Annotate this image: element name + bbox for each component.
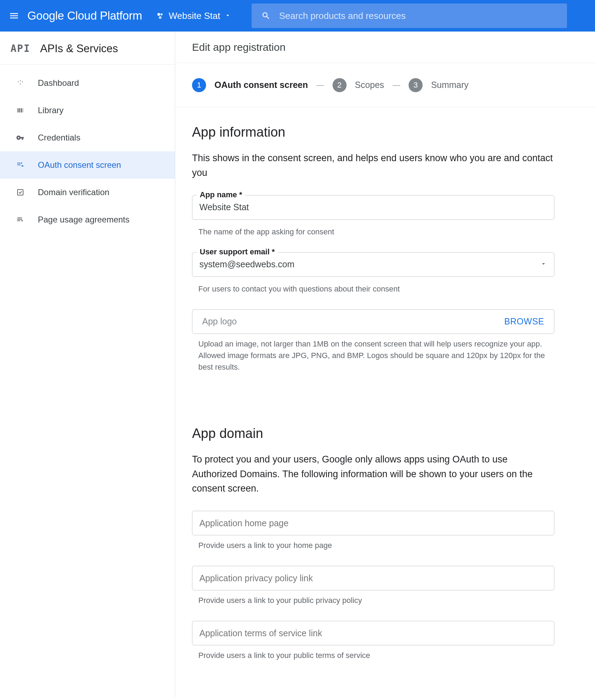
menu-icon: [9, 11, 19, 21]
step-number: 2: [333, 78, 347, 92]
section-heading: App domain: [192, 426, 554, 441]
sidebar-header: API APIs & Services: [0, 33, 175, 64]
svg-point-0: [157, 13, 160, 16]
sidebar-item-credentials[interactable]: Credentials: [0, 124, 175, 151]
sidebar-item-label: Library: [38, 105, 63, 115]
field-help: Provide users a link to your public priv…: [198, 595, 554, 606]
section-app-domain: App domain To protect you and your users…: [192, 426, 554, 661]
tos-link-input[interactable]: [199, 628, 547, 638]
step-label: Summary: [431, 80, 469, 90]
sidebar-title: APIs & Services: [40, 42, 118, 55]
stepper: 1 OAuth consent screen — 2 Scopes — 3 Su…: [175, 63, 595, 107]
field-privacy-link: [192, 566, 554, 590]
app-logo-placeholder: App logo: [202, 316, 237, 327]
search-icon: [261, 11, 271, 20]
field-help: Provide users a link to your home page: [198, 540, 554, 551]
section-heading: App information: [192, 125, 554, 140]
verified-icon: [15, 188, 26, 197]
step-scopes[interactable]: 2 Scopes: [333, 78, 384, 92]
field-support-email: User support email * system@seedwebs.com: [192, 252, 554, 277]
sidebar-item-page-usage[interactable]: Page usage agreements: [0, 206, 175, 233]
page-title: Edit app registration: [192, 41, 286, 53]
app-name-input[interactable]: [199, 202, 547, 212]
field-label: App name *: [197, 190, 245, 199]
svg-point-2: [159, 16, 162, 19]
browse-button[interactable]: BROWSE: [504, 316, 544, 327]
home-page-input[interactable]: [199, 518, 547, 528]
dashboard-icon: [15, 79, 26, 87]
dropdown-caret-icon: [224, 12, 231, 20]
privacy-link-input[interactable]: [199, 573, 547, 583]
support-email-value: system@seedwebs.com: [199, 259, 540, 269]
step-label: OAuth consent screen: [214, 80, 308, 90]
sidebar-item-domain-verification[interactable]: Domain verification: [0, 179, 175, 206]
step-divider: —: [392, 81, 400, 90]
field-tos-link: [192, 621, 554, 645]
field-home-page: [192, 511, 554, 535]
field-help: The name of the app asking for consent: [198, 226, 554, 238]
svg-rect-3: [18, 190, 23, 195]
key-icon: [15, 133, 26, 142]
library-icon: [15, 106, 26, 115]
api-logo: API: [11, 43, 30, 54]
field-help: Upload an image, not larger than 1MB on …: [198, 338, 554, 373]
field-app-logo: App logo BROWSE: [192, 309, 554, 334]
sidebar-item-library[interactable]: Library: [0, 97, 175, 124]
step-label: Scopes: [355, 80, 384, 90]
field-app-name: App name *: [192, 195, 554, 220]
section-lead: To protect you and your users, Google on…: [192, 452, 554, 496]
sidebar-item-label: Page usage agreements: [38, 215, 130, 225]
step-summary[interactable]: 3 Summary: [409, 78, 469, 92]
brand-title: Google Cloud Platform: [27, 9, 142, 22]
sidebar-item-label: Domain verification: [38, 187, 109, 197]
project-name: Website Stat: [169, 11, 220, 21]
section-lead: This shows in the consent screen, and he…: [192, 151, 554, 180]
hamburger-menu-button[interactable]: [7, 9, 21, 23]
sidebar-item-label: Credentials: [38, 133, 80, 143]
sidebar-nav: Dashboard Library Credentials OAuth cons…: [0, 64, 175, 233]
sidebar-item-label: Dashboard: [38, 78, 79, 88]
sidebar-item-dashboard[interactable]: Dashboard: [0, 69, 175, 97]
page-title-bar: Edit app registration: [175, 32, 595, 63]
dropdown-caret-icon: [540, 260, 547, 268]
svg-point-1: [160, 13, 163, 15]
settings-list-icon: [15, 215, 26, 224]
global-header: Google Cloud Platform Website Stat: [0, 0, 595, 32]
field-help: Provide users a link to your public term…: [198, 650, 554, 661]
project-icon: [156, 11, 165, 20]
sidebar-item-oauth-consent[interactable]: OAuth consent screen: [0, 151, 175, 179]
main: Edit app registration 1 OAuth consent sc…: [175, 32, 595, 697]
section-app-information: App information This shows in the consen…: [192, 125, 554, 373]
step-number: 3: [409, 78, 423, 92]
search-input[interactable]: [279, 11, 557, 21]
step-number: 1: [192, 78, 206, 92]
project-selector[interactable]: Website Stat: [156, 11, 232, 21]
consent-icon: [15, 161, 26, 169]
step-oauth-consent[interactable]: 1 OAuth consent screen: [192, 78, 308, 92]
sidebar-item-label: OAuth consent screen: [38, 160, 121, 170]
sidebar: API APIs & Services Dashboard Library Cr…: [0, 32, 175, 697]
step-divider: —: [316, 81, 324, 90]
field-help: For users to contact you with questions …: [198, 283, 554, 295]
search-bar[interactable]: [252, 4, 567, 28]
field-label: User support email *: [197, 247, 278, 256]
